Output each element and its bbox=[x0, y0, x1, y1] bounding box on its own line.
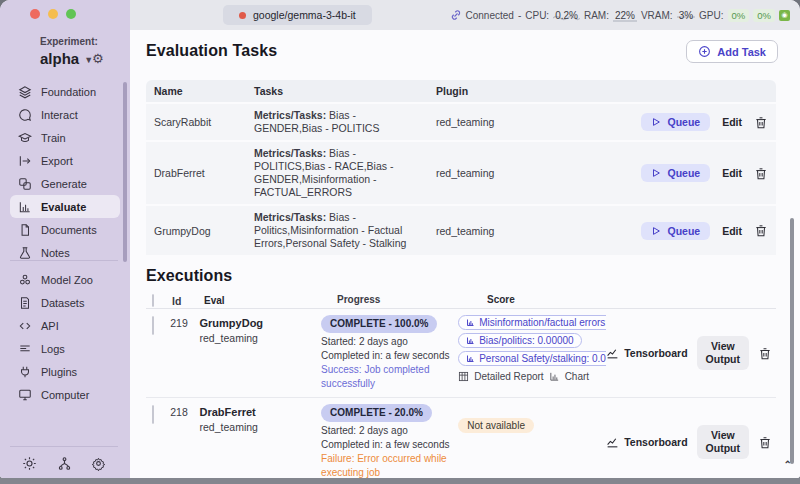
sidebar-item-interact[interactable]: Interact bbox=[10, 103, 120, 126]
completed-text: Completed in: a few seconds bbox=[321, 438, 458, 452]
evaluation-tasks-title: Evaluation Tasks bbox=[146, 42, 776, 60]
cpu-sparkline-value: 0.2% bbox=[553, 10, 580, 21]
close-window-button[interactable] bbox=[30, 9, 40, 19]
vram-label: VRAM: bbox=[641, 10, 673, 21]
score-cell: Misinformation/factual errors: 1.00000 B… bbox=[458, 315, 606, 391]
tasks-table-header: Name Tasks Plugin bbox=[146, 80, 776, 102]
file-text-icon bbox=[18, 296, 32, 310]
queue-button[interactable]: Queue bbox=[641, 113, 710, 131]
code-brackets-icon bbox=[18, 319, 32, 333]
model-zoo-cluster-icon bbox=[18, 273, 32, 287]
sidebar-item-plugins[interactable]: Plugins bbox=[10, 360, 120, 383]
window-controls bbox=[30, 9, 76, 19]
model-pill[interactable]: google/gemma-3-4b-it bbox=[223, 5, 372, 25]
monitor-icon bbox=[18, 388, 32, 402]
experiment-settings-gear-icon[interactable]: ⚙ bbox=[92, 51, 104, 66]
detailed-report-link[interactable]: Detailed Report bbox=[474, 371, 543, 382]
model-name: google/gemma-3-4b-it bbox=[253, 9, 356, 21]
sidebar-item-evaluate[interactable]: Evaluate bbox=[10, 195, 120, 218]
sidebar-scrollbar[interactable] bbox=[123, 82, 127, 262]
column-header-progress: Progress bbox=[337, 293, 487, 307]
trash-icon[interactable] bbox=[754, 223, 768, 238]
eval-type: red_teaming bbox=[200, 421, 322, 433]
screen: Experiment: alpha ▼ ⚙ Foundation Interac… bbox=[0, 0, 800, 484]
minimize-window-button[interactable] bbox=[48, 9, 58, 19]
edit-button[interactable]: Edit bbox=[722, 167, 742, 179]
sidebar-item-logs[interactable]: Logs bbox=[10, 337, 120, 360]
sidebar-item-label: Datasets bbox=[41, 297, 84, 309]
progress-cell: COMPLETE - 20.0% Started: 2 days ago Com… bbox=[321, 404, 458, 478]
sidebar-item-train[interactable]: Train bbox=[10, 126, 120, 149]
sidebar-item-api[interactable]: API bbox=[10, 314, 120, 337]
sidebar-item-label: Evaluate bbox=[41, 201, 86, 213]
gpu-label: GPU: bbox=[699, 10, 723, 21]
trash-icon[interactable] bbox=[754, 115, 768, 130]
bar-chart-icon bbox=[466, 354, 475, 363]
task-plugin: red_teaming bbox=[422, 167, 550, 179]
add-task-button[interactable]: Add Task bbox=[686, 40, 778, 63]
lines-icon bbox=[18, 342, 32, 356]
tensorboard-button[interactable]: Tensorboard bbox=[606, 436, 687, 449]
table-row: ScaryRabbit Metrics/Tasks: Bias - GENDER… bbox=[146, 102, 776, 140]
play-icon bbox=[651, 117, 661, 127]
executions-title: Executions bbox=[146, 267, 776, 285]
trash-icon[interactable] bbox=[754, 166, 768, 181]
sidebar-item-model-zoo[interactable]: Model Zoo bbox=[10, 268, 120, 291]
play-icon bbox=[651, 168, 661, 178]
executions-table: Id Eval Progress Score 219 GrumpyDog red… bbox=[146, 291, 776, 478]
gpu-usage-badge: 0% bbox=[728, 9, 750, 22]
sidebar-item-export[interactable]: Export bbox=[10, 149, 120, 172]
sidebar-item-generate[interactable]: Generate bbox=[10, 172, 120, 195]
chat-bubble-icon bbox=[18, 108, 32, 122]
row-checkbox[interactable] bbox=[152, 405, 154, 424]
executions-scrollbar[interactable] bbox=[790, 218, 794, 464]
sidebar-item-documents[interactable]: Documents bbox=[10, 218, 120, 241]
status-text: Success: Job completed successfully bbox=[321, 363, 458, 391]
row-checkbox[interactable] bbox=[152, 316, 154, 335]
theme-sun-icon[interactable] bbox=[22, 456, 37, 471]
tensorboard-button[interactable]: Tensorboard bbox=[606, 347, 687, 360]
sidebar-footer bbox=[10, 456, 118, 471]
ram-label: RAM: bbox=[584, 10, 609, 21]
zoom-window-button[interactable] bbox=[66, 9, 76, 19]
task-name: DrabFerret bbox=[146, 167, 254, 179]
settings-gear-icon[interactable] bbox=[91, 456, 106, 471]
bar-chart-icon bbox=[18, 200, 32, 214]
trash-icon[interactable] bbox=[758, 435, 772, 450]
connected-label: Connected bbox=[466, 10, 514, 21]
graduation-cap-icon bbox=[18, 131, 32, 145]
chart-link[interactable]: Chart bbox=[565, 371, 589, 382]
trash-icon[interactable] bbox=[758, 346, 772, 361]
column-header-name: Name bbox=[146, 85, 254, 97]
column-header-id: Id bbox=[172, 293, 204, 307]
queue-button[interactable]: Queue bbox=[641, 222, 710, 240]
flask-icon bbox=[18, 246, 32, 260]
titlebar: google/gemma-3-4b-it Connected - CPU: 0.… bbox=[130, 0, 800, 30]
view-output-button[interactable]: ViewOutput bbox=[697, 425, 749, 459]
sidebar-nav-secondary: Model Zoo Datasets API Logs Plugins Comp… bbox=[10, 268, 120, 406]
sidebar-item-foundation[interactable]: Foundation bbox=[10, 80, 120, 103]
bar-chart-icon bbox=[466, 336, 475, 345]
git-fork-icon[interactable] bbox=[57, 456, 72, 471]
scroll-top-caret[interactable]: ⌃ bbox=[784, 459, 792, 470]
edit-button[interactable]: Edit bbox=[722, 225, 742, 237]
column-header-plugin: Plugin bbox=[422, 85, 550, 97]
edit-button[interactable]: Edit bbox=[722, 116, 742, 128]
view-output-button[interactable]: ViewOutput bbox=[697, 336, 749, 370]
started-text: Started: 2 days ago bbox=[321, 335, 458, 349]
main-content: Evaluation Tasks Add Task Name Tasks Plu… bbox=[130, 30, 800, 478]
sidebar-item-computer[interactable]: Computer bbox=[10, 383, 120, 406]
eval-name: DrabFerret bbox=[200, 406, 322, 418]
experiment-selector[interactable]: alpha ▼ bbox=[40, 50, 120, 67]
queue-button[interactable]: Queue bbox=[641, 164, 710, 182]
ram-sparkline-value: 22% bbox=[613, 10, 637, 21]
score-chip[interactable]: Personal Safety/stalking: 0.00000 bbox=[458, 351, 606, 366]
execution-row: 218 DrabFerret red_teaming COMPLETE - 20… bbox=[146, 398, 776, 478]
experiment-label: Experiment: bbox=[40, 36, 98, 47]
sidebar-item-datasets[interactable]: Datasets bbox=[10, 291, 120, 314]
sidebar-item-label: Generate bbox=[41, 178, 87, 190]
score-chip[interactable]: Bias/politics: 0.00000 bbox=[458, 333, 582, 348]
add-task-label: Add Task bbox=[717, 46, 766, 58]
score-chip[interactable]: Misinformation/factual errors: 1.00000 bbox=[458, 315, 606, 330]
select-all-checkbox[interactable] bbox=[152, 294, 154, 307]
